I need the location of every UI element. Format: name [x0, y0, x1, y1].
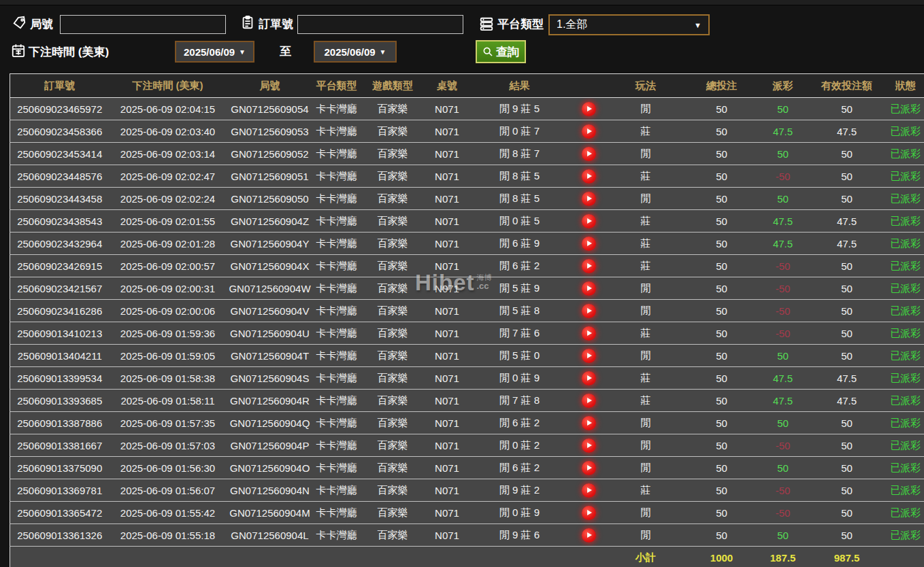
- cell-game-no: GN0712560904P: [227, 434, 314, 457]
- cell-status: 已派彩: [887, 412, 924, 434]
- cell-status: 已派彩: [887, 502, 924, 524]
- replay-play-button[interactable]: [582, 528, 596, 543]
- cell-platform: 卡卡灣廳: [314, 165, 360, 188]
- cell-game-no: GN0712560904L: [227, 524, 314, 547]
- table-row: 250609013381667 2025-06-09 01:57:03 GN07…: [10, 434, 924, 457]
- cell-platform: 卡卡灣廳: [314, 98, 360, 120]
- replay-play-button[interactable]: [582, 304, 596, 318]
- replay-play-button[interactable]: [582, 259, 596, 273]
- cell-table-no: N071: [426, 434, 469, 457]
- cell-play-type: 莊: [608, 390, 684, 412]
- cell-game-type: 百家樂: [360, 524, 426, 547]
- cell-bet-time: 2025-06-09 01:57:03: [110, 434, 227, 457]
- subtotal-spacer: [571, 547, 608, 567]
- replay-play-button[interactable]: [582, 237, 596, 251]
- table-row: 250609023448576 2025-06-09 02:02:47 GN07…: [10, 165, 924, 188]
- replay-play-button[interactable]: [582, 192, 596, 206]
- cell-result: 閒 5 莊 8: [469, 300, 571, 322]
- cell-status: 已派彩: [887, 300, 924, 322]
- cell-status: 已派彩: [887, 479, 924, 502]
- cell-status: 已派彩: [887, 120, 924, 143]
- cell-game-no: GN0712560904N: [227, 479, 314, 502]
- replay-play-button[interactable]: [582, 102, 596, 116]
- cell-play-type: 莊: [608, 233, 684, 255]
- table-row: 250609023432964 2025-06-09 02:01:28 GN07…: [10, 233, 924, 255]
- date-to-picker[interactable]: 2025/06/09 ▼: [314, 41, 397, 63]
- subtotal-label: 小計: [608, 547, 684, 567]
- cell-order-no: 250609023443458: [10, 188, 110, 210]
- cell-valid-bet: 47.5: [807, 367, 887, 390]
- replay-play-button[interactable]: [582, 124, 596, 139]
- subtotal-spacer: [10, 547, 110, 567]
- cell-platform: 卡卡灣廳: [314, 210, 360, 233]
- search-button[interactable]: 查詢: [476, 40, 526, 63]
- cell-game-type: 百家樂: [360, 210, 426, 233]
- play-icon: [587, 398, 592, 403]
- cell-play-type: 閒: [608, 345, 684, 367]
- cell-payout: -50: [759, 277, 807, 300]
- replay-play-button[interactable]: [582, 371, 596, 385]
- replay-play-button[interactable]: [582, 506, 596, 520]
- cell-valid-bet: 50: [807, 143, 887, 165]
- cell-status: 已派彩: [887, 143, 924, 165]
- cell-table-no: N071: [426, 345, 469, 367]
- search-button-label: 查詢: [496, 44, 519, 60]
- cell-order-no: 250609023416286: [10, 300, 110, 322]
- replay-play-button[interactable]: [582, 483, 596, 498]
- cell-status: 已派彩: [887, 277, 924, 300]
- replay-play-button[interactable]: [582, 416, 596, 430]
- cell-valid-bet: 50: [807, 412, 887, 434]
- cell-game-type: 百家樂: [360, 367, 426, 390]
- cell-table-no: N071: [426, 502, 469, 524]
- cell-play-type: 閒: [608, 300, 684, 322]
- table-row: 250609013365472 2025-06-09 01:55:42 GN07…: [10, 502, 924, 524]
- cell-game-type: 百家樂: [360, 390, 426, 412]
- platform-type-select[interactable]: 1.全部 ▼: [548, 14, 710, 35]
- cell-game-type: 百家樂: [360, 277, 426, 300]
- replay-play-button[interactable]: [582, 326, 596, 341]
- cell-order-no: 250609013361326: [10, 524, 110, 547]
- cell-total-bet: 50: [684, 255, 759, 277]
- cell-table-no: N071: [426, 300, 469, 322]
- play-icon: [587, 196, 592, 201]
- cell-valid-bet: 50: [807, 255, 887, 277]
- subtotal-spacer: [227, 547, 314, 567]
- table-row: 250609013393685 2025-06-09 01:58:11 GN07…: [10, 390, 924, 412]
- replay-play-button[interactable]: [582, 147, 596, 161]
- cell-result: 閒 5 莊 0: [469, 345, 571, 367]
- cell-result: 閒 8 莊 5: [469, 188, 571, 210]
- cell-order-no: 250609013381667: [10, 434, 110, 457]
- play-icon: [587, 465, 592, 470]
- date-from-picker[interactable]: 2025/06/09 ▼: [175, 41, 254, 63]
- header-result: 結果: [469, 74, 571, 98]
- cell-replay: [571, 188, 608, 210]
- cell-status: 已派彩: [887, 98, 924, 120]
- cell-game-no: GN0712560904Q: [227, 412, 314, 434]
- replay-play-button[interactable]: [582, 394, 596, 408]
- cell-order-no: 250609013375090: [10, 457, 110, 479]
- replay-play-button[interactable]: [582, 214, 596, 228]
- replay-play-button[interactable]: [582, 439, 596, 453]
- cell-order-no: 250609023421567: [10, 277, 110, 300]
- cell-game-no: GN0712560904S: [227, 367, 314, 390]
- replay-play-button[interactable]: [582, 281, 596, 296]
- play-icon: [587, 106, 592, 111]
- cell-play-type: 閒: [608, 412, 684, 434]
- cell-platform: 卡卡灣廳: [314, 434, 360, 457]
- cell-replay: [571, 390, 608, 412]
- replay-play-button[interactable]: [582, 461, 596, 475]
- replay-play-button[interactable]: [582, 169, 596, 184]
- cell-payout: 50: [759, 345, 807, 367]
- game-no-input[interactable]: [60, 15, 226, 34]
- order-no-input[interactable]: [297, 15, 463, 34]
- date-range-to-label: 至: [280, 44, 291, 59]
- cell-replay: [571, 98, 608, 120]
- cell-bet-time: 2025-06-09 02:04:15: [110, 98, 227, 120]
- cell-platform: 卡卡灣廳: [314, 277, 360, 300]
- cell-total-bet: 50: [684, 502, 759, 524]
- cell-game-no: GN0712560904T: [227, 345, 314, 367]
- replay-play-button[interactable]: [582, 349, 596, 363]
- table-row: 250609013387886 2025-06-09 01:57:35 GN07…: [10, 412, 924, 434]
- cell-total-bet: 50: [684, 524, 759, 547]
- cell-valid-bet: 50: [807, 98, 887, 120]
